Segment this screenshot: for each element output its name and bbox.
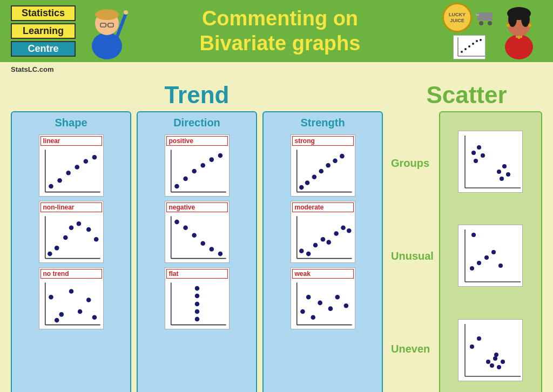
- svg-point-109: [471, 151, 476, 155]
- statistics-badge: Statistics: [11, 5, 76, 21]
- teacher-svg: [80, 3, 134, 59]
- graph-area-weak: [291, 279, 355, 330]
- graph-svg-flat: [165, 279, 229, 330]
- svg-point-52: [77, 309, 82, 314]
- svg-point-97: [346, 228, 351, 233]
- scatter-section: Scatter Groups Unusual Uneven: [391, 82, 542, 392]
- header-scatter-preview: [453, 35, 485, 59]
- svg-point-129: [493, 356, 497, 361]
- svg-point-41: [54, 246, 59, 251]
- svg-point-127: [486, 360, 490, 364]
- graph-svg-nonlinear: [39, 212, 103, 263]
- graph-area-flat: [165, 279, 229, 330]
- svg-point-61: [200, 163, 205, 168]
- svg-point-35: [75, 165, 79, 170]
- svg-point-114: [502, 164, 507, 168]
- svg-point-90: [299, 248, 304, 253]
- graph-svg-negative: [165, 212, 229, 263]
- svg-point-42: [63, 235, 68, 240]
- graph-area-positive: [165, 146, 229, 197]
- svg-point-66: [174, 220, 179, 225]
- graph-flat: flat: [165, 267, 230, 329]
- svg-point-2: [95, 9, 119, 20]
- svg-point-121: [484, 255, 489, 260]
- learning-badge: Learning: [11, 23, 76, 39]
- svg-point-59: [183, 177, 188, 181]
- graph-label-negative: negative: [166, 202, 228, 212]
- strength-title: Strength: [300, 117, 345, 129]
- svg-point-112: [481, 153, 485, 158]
- cart-icon: [475, 10, 496, 26]
- right-character: [496, 3, 542, 59]
- graph-label-nonlinear: non-linear: [41, 202, 102, 212]
- svg-point-53: [86, 298, 91, 302]
- svg-point-14: [461, 51, 463, 53]
- svg-point-133: [470, 344, 474, 349]
- svg-point-92: [313, 243, 318, 248]
- svg-point-18: [476, 40, 478, 42]
- svg-point-104: [335, 295, 340, 300]
- graph-label-strong: strong: [292, 136, 354, 146]
- graph-svg-strong: [291, 146, 355, 197]
- svg-point-29: [528, 24, 531, 27]
- graph-svg-linear: [39, 146, 103, 197]
- svg-point-93: [320, 237, 325, 242]
- svg-point-44: [76, 221, 81, 226]
- svg-point-106: [306, 295, 311, 300]
- svg-point-9: [479, 21, 483, 25]
- svg-point-105: [343, 303, 348, 308]
- graph-area-strong: [291, 146, 355, 197]
- svg-point-95: [334, 231, 339, 236]
- teacher-figure: [80, 3, 134, 59]
- graph-label-linear: linear: [41, 136, 102, 146]
- svg-point-75: [194, 294, 199, 299]
- svg-point-91: [306, 252, 311, 256]
- svg-point-62: [209, 157, 214, 162]
- header: Statistics Learning Centre Commenting on…: [0, 0, 553, 62]
- scatter-graphs: [439, 111, 542, 392]
- svg-point-130: [497, 365, 501, 369]
- svg-point-78: [194, 317, 199, 322]
- graph-area-linear: [39, 146, 103, 197]
- svg-point-60: [192, 169, 197, 174]
- svg-point-58: [174, 184, 179, 189]
- svg-point-120: [477, 261, 481, 265]
- statslink-text: StatsLC.com: [11, 65, 53, 73]
- scatter-graph-unusual: [458, 225, 523, 287]
- svg-point-101: [311, 315, 315, 320]
- graph-linear: linear: [39, 134, 104, 197]
- svg-point-17: [472, 43, 474, 45]
- shape-title: Shape: [55, 117, 87, 129]
- graph-label-flat: flat: [166, 269, 228, 279]
- graph-svg-positive: [165, 146, 229, 197]
- svg-point-27: [517, 36, 521, 39]
- svg-point-110: [477, 145, 481, 150]
- svg-point-70: [209, 247, 214, 252]
- svg-point-119: [470, 266, 474, 271]
- scatter-graph-uneven-svg: [458, 320, 523, 382]
- svg-point-116: [500, 177, 504, 181]
- svg-point-10: [488, 21, 492, 25]
- direction-column: Direction positive: [137, 111, 257, 392]
- svg-point-51: [69, 289, 73, 294]
- scatter-label-groups: Groups: [391, 157, 434, 170]
- svg-point-87: [340, 154, 345, 159]
- svg-point-37: [92, 155, 97, 160]
- graph-svg-weak: [291, 279, 355, 330]
- main-content: Trend Shape linear: [0, 76, 553, 392]
- header-title: Commenting on Bivariate graphs: [118, 6, 442, 56]
- svg-point-96: [341, 226, 346, 231]
- svg-point-115: [506, 172, 510, 177]
- scatter-content: Groups Unusual Uneven: [391, 111, 542, 392]
- svg-point-124: [471, 233, 476, 237]
- svg-point-63: [218, 153, 222, 158]
- svg-point-54: [54, 318, 59, 323]
- lucky-juice-logo: LUCKYJUICE: [442, 3, 472, 32]
- graph-label-weak: weak: [292, 269, 354, 279]
- svg-point-85: [326, 163, 331, 168]
- svg-point-50: [59, 312, 64, 317]
- svg-point-77: [194, 309, 199, 314]
- graph-moderate: moderate: [291, 201, 355, 263]
- svg-point-67: [183, 226, 188, 231]
- svg-point-36: [83, 159, 88, 164]
